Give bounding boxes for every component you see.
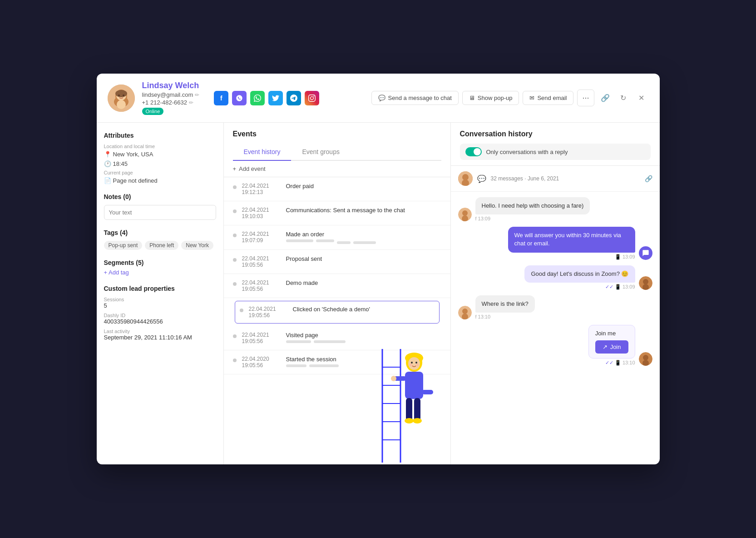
detail-bar (316, 239, 334, 242)
dashly-id-label: Dashly ID (104, 313, 216, 318)
external-link-icon: ↗ (603, 344, 608, 350)
svg-point-5 (118, 95, 120, 96)
refresh-icon-button[interactable]: ↻ (616, 91, 631, 105)
more-options-button[interactable]: ··· (577, 90, 594, 106)
link-icon-button[interactable]: 🔗 (598, 91, 613, 105)
conversation-title: Conversation history (460, 130, 651, 138)
telegram-icon[interactable] (287, 91, 301, 105)
segments-title: Segments (5) (104, 259, 144, 266)
send-email-button[interactable]: ✉ Send email (523, 91, 573, 105)
edit-phone-icon[interactable]: ✏ (189, 100, 193, 106)
event-item-highlighted-wrapper: 22.04.202119:05:56 Clicked on 'Schedule … (224, 298, 450, 326)
detail-bar (286, 340, 311, 343)
svg-point-4 (115, 90, 127, 97)
message-row: Join me ↗ Join ✓✓ 📱 13:10 (458, 325, 652, 366)
tag-phone-left[interactable]: Phone left (145, 241, 178, 250)
message-time: ✓✓ 📱 13:09 (524, 284, 635, 290)
svg-point-40 (462, 309, 468, 314)
svg-point-31 (462, 174, 469, 180)
edit-email-icon[interactable]: ✏ (195, 92, 199, 98)
join-card-text: Join me (595, 330, 628, 337)
message-content: Hello. I need help with choosing a fare)… (475, 197, 590, 221)
event-name: Order paid (286, 183, 441, 189)
device-icon: 📱 (615, 254, 621, 260)
detail-bar (337, 241, 351, 244)
message-bubble: Good day! Let's discuss in Zoom? 😊 (524, 265, 635, 283)
last-activity-label: Last activity (104, 329, 216, 334)
user-email: lindsey@gmail.com ✏ (142, 91, 200, 98)
status-badge: Online (142, 108, 164, 115)
messages-list: Hello. I need help with choosing a fare)… (451, 192, 660, 464)
message-row: Good day! Let's discuss in Zoom? 😊 ✓✓ 📱 … (458, 265, 652, 290)
toggle-row: Only conversations with a reply (460, 144, 651, 160)
avatar (108, 85, 135, 112)
message-time: 📱 13:09 (508, 254, 635, 260)
send-message-button[interactable]: 💬 Send a message to chat (371, 91, 459, 105)
event-details (286, 239, 441, 244)
header: Lindsay Welch lindsey@gmail.com ✏ +1 212… (97, 74, 660, 123)
join-button[interactable]: ↗ Join (595, 340, 628, 354)
detail-bar (286, 239, 313, 242)
svg-point-6 (123, 95, 124, 96)
event-date: 22.04.202119:05:56 (242, 255, 281, 268)
chat-icon: 💬 (378, 95, 385, 101)
twitter-icon[interactable] (268, 91, 283, 105)
device-icon: 📱 (615, 284, 621, 290)
custom-props-title: Custom lead properties (104, 285, 216, 292)
message-avatar (458, 208, 472, 221)
toggle-label: Only conversations with a reply (486, 149, 568, 155)
event-content: Made an order (286, 231, 441, 244)
tag-new-york[interactable]: New York (181, 241, 213, 250)
message-row: We will answer you within 30 minutes via… (458, 227, 652, 259)
tag-popup-sent[interactable]: Pop-up sent (104, 241, 143, 250)
event-dot (233, 185, 237, 189)
checkmarks: ✓✓ (605, 360, 613, 366)
events-header: Events Event history Event groups (224, 123, 450, 161)
conversation-header: Conversation history Only conversations … (451, 123, 660, 166)
join-card: Join me ↗ Join (588, 325, 635, 359)
user-phone: +1 212-482-6632 ✏ (142, 99, 200, 106)
detail-bar (314, 340, 346, 343)
add-event-button[interactable]: + Add event (224, 161, 450, 177)
svg-point-17 (408, 357, 420, 370)
custom-props-section: Custom lead properties Sessions 5 Dashly… (104, 285, 216, 341)
show-popup-button[interactable]: 🖥 Show pop-up (462, 91, 519, 105)
message-row: Hello. I need help with choosing a fare)… (458, 197, 652, 221)
tab-event-groups[interactable]: Event groups (291, 144, 351, 161)
message-content: We will answer you within 30 minutes via… (508, 227, 635, 259)
message-content: Join me ↗ Join ✓✓ 📱 13:10 (588, 325, 635, 366)
event-name: Clicked on 'Schedule a demo' (293, 306, 435, 313)
event-item: 22.04.202119:05:56 Demo made (224, 274, 450, 298)
notes-section: Notes (0) (104, 193, 216, 220)
message-bubble: Hello. I need help with choosing a fare) (475, 197, 590, 214)
viber-icon[interactable] (232, 91, 247, 105)
last-activity-value: September 29, 2021 11:10:16 AM (104, 334, 216, 341)
notes-input[interactable] (104, 205, 216, 220)
message-time: f 13:10 (475, 314, 535, 319)
facebook-icon[interactable]: f (214, 91, 228, 105)
tab-event-history[interactable]: Event history (233, 144, 292, 161)
message-bubble: We will answer you within 30 minutes via… (508, 227, 635, 252)
message-time: f 13:09 (475, 216, 590, 221)
chat-bubble-icon: 💬 (477, 174, 486, 183)
svg-point-19 (415, 362, 417, 364)
tags-section: Tags (4) Pop-up sent Phone left New York (104, 229, 216, 250)
svg-point-28 (405, 418, 414, 423)
add-tag-button[interactable]: + Add tag (104, 269, 216, 276)
instagram-icon[interactable] (305, 91, 319, 105)
events-panel: Events Event history Event groups + Add … (224, 123, 451, 464)
whatsapp-icon[interactable] (250, 91, 265, 105)
event-date: 22.04.202119:05:56 (249, 306, 287, 319)
sessions-label: Sessions (104, 297, 216, 302)
event-item: 22.04.202119:07:09 Made an order (224, 225, 450, 250)
message-avatar (639, 276, 652, 290)
sidebar: Attributes Location and local time 📍 New… (97, 123, 224, 464)
attributes-title: Attributes (104, 132, 216, 139)
svg-point-21 (416, 364, 419, 366)
event-dot (240, 309, 243, 312)
device-icon: 📱 (615, 360, 621, 366)
only-with-reply-toggle[interactable] (465, 147, 482, 156)
session-link-icon[interactable]: 🔗 (645, 175, 652, 182)
close-icon-button[interactable]: ✕ (634, 91, 649, 105)
session-info: 32 messages · June 6, 2021 (491, 175, 640, 182)
